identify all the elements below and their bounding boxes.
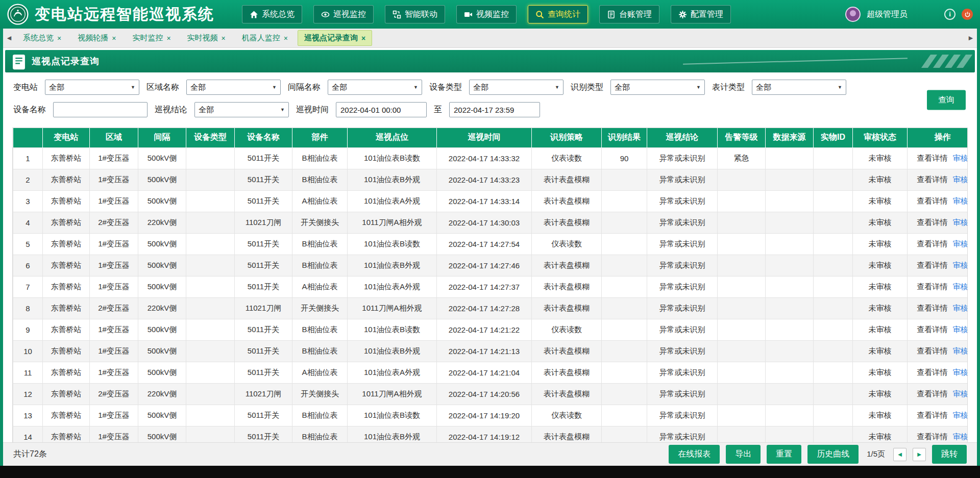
recognition-type-select[interactable]: 全部 ▼: [610, 80, 705, 95]
view-detail-link[interactable]: 查看详情: [917, 282, 948, 291]
audit-link[interactable]: 审核: [953, 196, 968, 205]
audit-link[interactable]: 审核: [953, 218, 968, 227]
nav-inspection-monitor[interactable]: 巡视监控: [313, 5, 374, 23]
audit-link[interactable]: 审核: [953, 368, 968, 376]
column-header: 巡视点位: [348, 128, 437, 147]
nav-system-overview[interactable]: 系统总览: [242, 5, 302, 23]
search-button[interactable]: 查询: [927, 90, 966, 110]
bay-select[interactable]: 全部 ▼: [328, 80, 422, 95]
view-detail-link[interactable]: 查看详情: [917, 368, 948, 376]
column-header: 巡视时间: [437, 128, 532, 147]
audit-link[interactable]: 审核: [953, 239, 968, 248]
close-icon[interactable]: ×: [112, 35, 116, 42]
audit-link[interactable]: 审核: [953, 261, 968, 269]
select-value: 全部: [473, 83, 488, 92]
filter-row-2: 设备名称 巡视结论 全部 ▼ 巡视时间 至: [13, 101, 967, 118]
history-curve-button[interactable]: 历史曲线: [807, 445, 859, 464]
view-detail-link[interactable]: 查看详情: [917, 304, 948, 312]
tab-scroll-right-icon[interactable]: ▶: [966, 29, 976, 47]
view-detail-link[interactable]: 查看详情: [917, 239, 948, 248]
view-detail-link[interactable]: 查看详情: [917, 196, 948, 205]
record-cell: 东善桥站: [43, 169, 90, 190]
tab-scroll-left-icon[interactable]: ◀: [4, 29, 14, 47]
device-type-select[interactable]: 全部 ▼: [469, 80, 564, 95]
audit-link[interactable]: 审核: [953, 325, 968, 334]
record-cell: 5: [13, 233, 43, 255]
record-cell: [718, 190, 766, 212]
tab-realtime-video[interactable]: 实时视频 ×: [181, 30, 232, 46]
audit-link[interactable]: 审核: [953, 304, 968, 312]
record-cell: 未审核: [853, 297, 908, 319]
view-detail-link[interactable]: 查看详情: [917, 175, 948, 184]
record-row: 11东善桥站1#变压器500kV侧5011开关A相油位表101油位表A外观202…: [13, 362, 968, 383]
prev-page-button[interactable]: ◀: [893, 448, 906, 461]
close-icon[interactable]: ×: [166, 35, 170, 42]
view-detail-link[interactable]: 查看详情: [917, 261, 948, 269]
time-to-input[interactable]: [449, 102, 540, 117]
record-cell: 东善桥站: [43, 362, 90, 383]
online-report-button[interactable]: 在线报表: [669, 445, 720, 464]
tab-realtime-monitor[interactable]: 实时监控 ×: [126, 30, 177, 46]
record-cell: 2022-04-17 14:20:56: [437, 383, 532, 405]
record-cell: 东善桥站: [43, 297, 90, 319]
audit-link[interactable]: 审核: [953, 432, 968, 441]
meter-type-select[interactable]: 全部 ▼: [752, 80, 846, 95]
tab-video-carousel[interactable]: 视频轮播 ×: [71, 30, 122, 46]
view-detail-link[interactable]: 查看详情: [917, 346, 948, 355]
nav-video-monitor[interactable]: 视频监控: [456, 5, 517, 23]
nav-query-statistics[interactable]: 查询统计: [528, 5, 588, 23]
audit-link[interactable]: 审核: [953, 175, 968, 184]
station-select[interactable]: 全部 ▼: [45, 80, 139, 95]
time-from-input[interactable]: [336, 102, 427, 117]
record-row: 5东善桥站1#变压器500kV侧5011开关B相油位表101油位表B读数2022…: [13, 233, 968, 255]
tab-system-overview[interactable]: 系统总览 ×: [16, 30, 68, 46]
column-header: 识别结果: [602, 128, 647, 147]
record-cell: 1011刀闸A相外观: [348, 297, 437, 319]
power-icon[interactable]: [962, 9, 973, 20]
record-cell: 未审核: [853, 362, 908, 383]
region-filter-label: 区域名称: [146, 82, 179, 93]
view-detail-link[interactable]: 查看详情: [917, 432, 948, 441]
record-cell: 未审核: [853, 255, 908, 276]
column-header: 变电站: [43, 128, 90, 147]
close-icon[interactable]: ×: [57, 35, 61, 42]
device-name-input[interactable]: [53, 102, 148, 117]
audit-link[interactable]: 审核: [953, 282, 968, 291]
view-detail-link[interactable]: 查看详情: [917, 218, 948, 227]
audit-link[interactable]: 审核: [953, 411, 968, 419]
nav-smart-linkage[interactable]: 智能联动: [385, 5, 445, 23]
audit-link[interactable]: 审核: [953, 389, 968, 398]
view-detail-link[interactable]: 查看详情: [917, 154, 948, 162]
reset-button[interactable]: 重置: [767, 445, 801, 464]
nav-ledger-management[interactable]: 台账管理: [599, 5, 659, 23]
nav-config-management[interactable]: 配置管理: [671, 5, 731, 23]
close-icon[interactable]: ×: [284, 35, 288, 42]
region-select[interactable]: 全部 ▼: [186, 80, 281, 95]
record-cell: 11021刀闸: [235, 383, 292, 405]
view-detail-link[interactable]: 查看详情: [917, 325, 948, 334]
export-button[interactable]: 导出: [726, 445, 761, 464]
next-page-button[interactable]: ▶: [913, 448, 926, 461]
record-cell: [602, 383, 647, 405]
info-icon[interactable]: i: [944, 9, 955, 20]
conclusion-select[interactable]: 全部 ▼: [194, 102, 289, 117]
close-icon[interactable]: ×: [222, 35, 226, 42]
record-cell: 2022-04-17 14:19:20: [437, 405, 532, 426]
record-cell: 1: [13, 147, 43, 169]
record-cell: [602, 362, 647, 383]
record-cell: [718, 169, 766, 190]
view-detail-link[interactable]: 查看详情: [917, 411, 948, 419]
tab-inspection-record-query[interactable]: 巡视点记录查询 ×: [298, 30, 372, 46]
tab-robot-monitor[interactable]: 机器人监控 ×: [235, 30, 295, 46]
record-cell: 11021刀闸: [235, 297, 292, 319]
record-cell: [814, 212, 853, 233]
view-detail-link[interactable]: 查看详情: [917, 389, 948, 398]
audit-link[interactable]: 审核: [953, 346, 968, 355]
audit-link[interactable]: 审核: [953, 154, 968, 162]
close-icon[interactable]: ×: [361, 35, 365, 42]
record-cell: 2022-04-17 14:33:32: [437, 147, 532, 169]
jump-button[interactable]: 跳转: [932, 445, 967, 464]
user-name: 超级管理员: [867, 9, 908, 20]
record-cell: 10: [13, 340, 43, 362]
user-avatar[interactable]: [845, 7, 861, 22]
